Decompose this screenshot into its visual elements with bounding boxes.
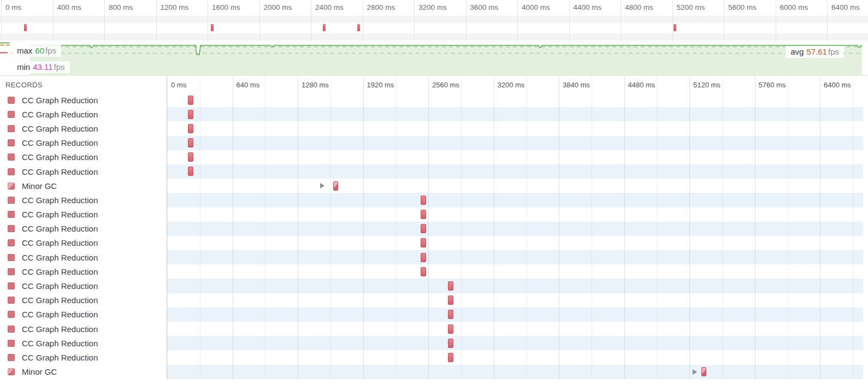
waterfall-tick-label: 3200 ms xyxy=(498,81,525,89)
waterfall-marker[interactable] xyxy=(421,238,426,247)
waterfall-marker[interactable] xyxy=(448,353,453,362)
waterfall-marker[interactable] xyxy=(188,96,193,105)
ruler-gridline xyxy=(569,0,570,41)
record-row-lane xyxy=(167,121,863,135)
record-row[interactable]: CC Graph Reduction xyxy=(0,236,868,250)
record-row[interactable]: CC Graph Reduction xyxy=(0,164,868,179)
waterfall-marker[interactable] xyxy=(188,124,193,133)
ruler-gridline xyxy=(1,0,2,41)
waterfall-marker[interactable] xyxy=(333,181,338,191)
waterfall-marker[interactable] xyxy=(448,339,453,348)
record-row[interactable]: CC Graph Reduction xyxy=(0,222,868,236)
ruler-tick-label: 5600 ms xyxy=(728,3,757,11)
record-row-sidebar: CC Graph Reduction xyxy=(0,222,167,236)
ruler-gridline xyxy=(311,0,311,41)
overview-track[interactable]: 0 ms400 ms800 ms1200 ms1600 ms2000 ms240… xyxy=(0,0,868,41)
waterfall-tick-label: 0 ms xyxy=(171,81,186,89)
framerate-graph[interactable]: max60fps min43.11fps avg57.61fps xyxy=(0,42,868,76)
record-row-lane xyxy=(167,365,863,379)
waterfall-marker[interactable] xyxy=(448,324,453,334)
record-row[interactable]: CC Graph Reduction xyxy=(0,322,868,336)
waterfall-marker[interactable] xyxy=(188,167,193,176)
record-row-label: CC Graph Reduction xyxy=(22,224,98,233)
record-row-sidebar: CC Graph Reduction xyxy=(0,121,167,135)
record-row[interactable]: Minor GC xyxy=(0,365,868,379)
record-row-sidebar: CC Graph Reduction xyxy=(0,107,167,121)
record-row[interactable]: CC Graph Reduction xyxy=(0,264,868,279)
ruler-gridline xyxy=(208,0,208,41)
waterfall-tick-label: 2560 ms xyxy=(432,81,459,89)
record-row[interactable]: CC Graph Reduction xyxy=(0,107,868,121)
ruler-gridline xyxy=(363,0,363,41)
record-row-lane xyxy=(167,164,863,179)
ruler-gridline xyxy=(414,0,415,41)
waterfall-marker[interactable] xyxy=(448,310,453,319)
overview-event-marker xyxy=(211,24,214,31)
cc-graph-reduction-icon xyxy=(8,340,15,347)
record-row-label: CC Graph Reduction xyxy=(22,310,98,319)
waterfall-marker[interactable] xyxy=(421,267,426,276)
fps-avg-label: avg57.61fps xyxy=(786,46,844,58)
waterfall-marker[interactable] xyxy=(421,196,426,205)
cc-graph-reduction-icon xyxy=(8,197,15,204)
expand-arrow-icon[interactable] xyxy=(693,369,697,375)
waterfall-tick-label: 5120 ms xyxy=(693,81,721,89)
ruler-tick-label: 2800 ms xyxy=(367,3,395,11)
waterfall-marker[interactable] xyxy=(188,152,193,162)
record-row-label: Minor GC xyxy=(22,181,57,191)
record-row[interactable]: CC Graph Reduction xyxy=(0,336,868,350)
waterfall-marker[interactable] xyxy=(421,210,426,219)
record-row[interactable]: CC Graph Reduction xyxy=(0,150,868,164)
record-row[interactable]: CC Graph Reduction xyxy=(0,350,868,364)
performance-panel: 0 ms400 ms800 ms1200 ms1600 ms2000 ms240… xyxy=(0,0,868,384)
ruler-gridline xyxy=(517,0,518,41)
ruler-tick-label: 1200 ms xyxy=(161,3,189,11)
record-row-lane xyxy=(167,236,863,250)
waterfall-marker[interactable] xyxy=(188,138,193,147)
record-row-sidebar: CC Graph Reduction xyxy=(0,250,167,264)
ruler-gridline xyxy=(466,0,467,41)
cc-graph-reduction-icon xyxy=(8,125,15,132)
record-row[interactable]: CC Graph Reduction xyxy=(0,121,868,135)
cc-graph-reduction-icon xyxy=(8,354,15,361)
record-row[interactable]: CC Graph Reduction xyxy=(0,308,868,322)
record-row-label: CC Graph Reduction xyxy=(22,96,98,105)
expand-arrow-icon[interactable] xyxy=(320,183,324,188)
minor-gc-icon xyxy=(8,182,15,190)
record-row[interactable]: Minor GC xyxy=(0,179,868,193)
record-row[interactable]: CC Graph Reduction xyxy=(0,136,868,150)
waterfall-marker[interactable] xyxy=(448,281,453,291)
cc-graph-reduction-icon xyxy=(8,211,15,218)
record-row-lane xyxy=(167,350,863,364)
cc-graph-reduction-icon xyxy=(8,139,15,146)
ruler-tick-label: 4000 ms xyxy=(522,3,550,11)
record-row[interactable]: CC Graph Reduction xyxy=(0,93,868,107)
framerate-area-chart xyxy=(0,42,868,76)
ruler-gridline xyxy=(776,0,776,41)
record-row-lane xyxy=(167,222,863,236)
waterfall-marker[interactable] xyxy=(188,110,193,119)
record-row-sidebar: CC Graph Reduction xyxy=(0,264,167,279)
waterfall-tick-label: 4480 ms xyxy=(628,81,656,89)
record-row-sidebar: CC Graph Reduction xyxy=(0,93,167,107)
ruler-tick-label: 2400 ms xyxy=(315,3,344,11)
record-row[interactable]: CC Graph Reduction xyxy=(0,193,868,207)
record-row[interactable]: CC Graph Reduction xyxy=(0,250,868,264)
cc-graph-reduction-icon xyxy=(8,153,15,161)
record-row[interactable]: CC Graph Reduction xyxy=(0,279,868,293)
waterfall-marker[interactable] xyxy=(421,253,426,262)
ruler-tick-label: 800 ms xyxy=(109,3,133,11)
cc-graph-reduction-icon xyxy=(8,311,15,318)
record-row-label: CC Graph Reduction xyxy=(22,196,98,205)
record-row-lane xyxy=(167,293,863,308)
waterfall-marker[interactable] xyxy=(421,224,426,233)
record-row[interactable]: CC Graph Reduction xyxy=(0,293,868,308)
waterfall-tick-label: 1280 ms xyxy=(302,81,329,89)
waterfall-marker[interactable] xyxy=(448,296,453,305)
overview-event-marker xyxy=(357,24,360,31)
record-row[interactable]: CC Graph Reduction xyxy=(0,208,868,222)
record-row-label: Minor GC xyxy=(22,367,57,376)
waterfall-marker[interactable] xyxy=(701,367,706,376)
cc-graph-reduction-icon xyxy=(8,297,15,304)
record-row-sidebar: CC Graph Reduction xyxy=(0,193,167,207)
